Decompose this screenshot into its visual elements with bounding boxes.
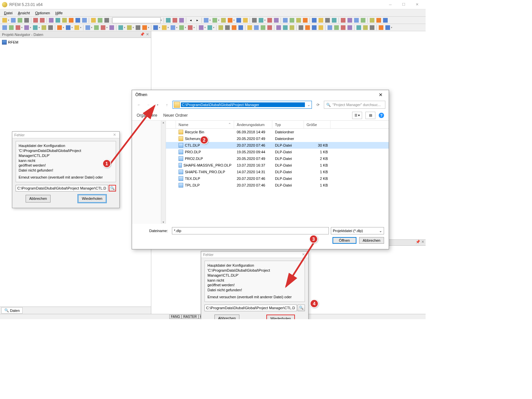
tb-b1-icon[interactable] xyxy=(203,17,209,23)
error1-cancel-button[interactable]: Abbrechen xyxy=(26,195,51,202)
tb2-42-icon[interactable] xyxy=(333,25,339,31)
close-button[interactable]: ✕ xyxy=(410,1,424,9)
tb-d1-icon[interactable] xyxy=(282,17,288,23)
file-row[interactable]: CTL.DLP20.07.2020 07:46DLP-Datei30 KB xyxy=(166,142,389,149)
open-sidebar[interactable]: ▴▾ xyxy=(132,121,166,224)
open-button[interactable]: Öffnen xyxy=(332,237,356,244)
col-name[interactable]: Name ⌃ xyxy=(176,121,234,128)
tb-i7-icon[interactable] xyxy=(90,17,96,23)
tb-d2-icon[interactable] xyxy=(289,17,295,23)
tb-f2-icon[interactable] xyxy=(347,17,353,23)
tb2-26-icon[interactable] xyxy=(218,25,224,31)
tb-new-icon[interactable] xyxy=(2,17,8,23)
tb-e4-icon[interactable] xyxy=(331,17,337,23)
tb-e2-icon[interactable] xyxy=(318,17,324,23)
help-icon[interactable]: ? xyxy=(379,113,384,118)
tb2-14-icon[interactable] xyxy=(109,25,115,31)
tb-f3-icon[interactable] xyxy=(353,17,359,23)
tb2-1-icon[interactable] xyxy=(2,25,8,31)
search-input[interactable]: 🔍 "Project Manager" durchsuc... xyxy=(324,101,385,109)
tb2-39-icon[interactable] xyxy=(311,25,317,31)
tb-i1-icon[interactable] xyxy=(48,17,54,23)
tb2-7-icon[interactable] xyxy=(48,25,54,31)
maximize-button[interactable]: ☐ xyxy=(397,1,410,9)
tb-c2-icon[interactable] xyxy=(258,17,264,23)
tb2-48-icon[interactable] xyxy=(378,25,384,31)
col-date[interactable]: Änderungsdatum xyxy=(234,121,272,128)
tb2-28-icon[interactable] xyxy=(231,25,237,31)
error2-close-icon[interactable]: ✕ xyxy=(301,252,306,257)
error2-path-input[interactable] xyxy=(204,305,297,311)
tb-i2-icon[interactable] xyxy=(55,17,61,23)
tb-i6-icon[interactable] xyxy=(81,17,87,23)
view-preview-icon[interactable]: ▤ xyxy=(365,112,375,119)
tb2-27-icon[interactable] xyxy=(224,25,230,31)
panel-pin-icon[interactable]: 📌 xyxy=(416,240,420,245)
tb2-32-icon[interactable] xyxy=(260,25,266,31)
tb2-8-icon[interactable] xyxy=(57,25,63,31)
tb2-25-icon[interactable] xyxy=(207,25,213,31)
tb-e3-icon[interactable] xyxy=(325,17,331,23)
tb-i5-icon[interactable] xyxy=(75,17,81,23)
tb2-30-icon[interactable] xyxy=(247,25,253,31)
tb-b5-icon[interactable] xyxy=(236,17,242,23)
address-dropdown-icon[interactable]: ⌄ xyxy=(306,103,312,107)
sidebar-scrollbar[interactable]: ▴▾ xyxy=(161,121,166,224)
status-raster[interactable]: RASTER xyxy=(182,315,199,319)
status-fang[interactable]: FANG xyxy=(169,315,182,319)
file-row[interactable]: TEX.DLP20.07.2020 07:46DLP-Datei2 KB xyxy=(166,175,389,182)
nav-close-icon[interactable]: ✕ xyxy=(146,32,149,37)
file-row[interactable]: PRO.DLP19.05.2020 09:44DLP-Datei1 KB xyxy=(166,149,389,155)
tb2-12-icon[interactable] xyxy=(93,25,99,31)
menu-ansicht[interactable]: Ansicht xyxy=(15,10,33,16)
tb2-16-icon[interactable] xyxy=(126,25,132,31)
tb2-31-icon[interactable] xyxy=(253,25,259,31)
error2-cancel-button[interactable]: Abbrechen xyxy=(214,315,239,319)
tb2-4-icon[interactable] xyxy=(24,25,30,31)
file-list[interactable]: Name ⌃ Änderungsdatum Typ Größe Recycle … xyxy=(166,121,389,224)
tb2-23-icon[interactable] xyxy=(187,25,193,31)
tb-a5-icon[interactable]: ▸ xyxy=(194,17,200,23)
nav-forward-icon[interactable]: → xyxy=(145,101,152,108)
file-row[interactable]: Sicherung20.05.2020 07:49Dateiordner xyxy=(166,135,389,142)
tb-a1-icon[interactable] xyxy=(165,17,171,23)
tb-i3-icon[interactable] xyxy=(62,17,67,23)
open-cancel-button[interactable]: Abbrechen xyxy=(359,237,384,244)
tb-save-icon[interactable] xyxy=(17,17,23,23)
tb-a4-icon[interactable]: ◂ xyxy=(188,17,194,23)
nav-recent-icon[interactable]: ▾ xyxy=(154,101,161,108)
nav-up-icon[interactable]: ↑ xyxy=(163,101,171,108)
tb2-22-icon[interactable] xyxy=(179,25,185,31)
tb-i4-icon[interactable] xyxy=(68,17,74,23)
navigator-tab-daten[interactable]: 🔍 Daten xyxy=(1,307,23,314)
tb-c1-icon[interactable] xyxy=(251,17,257,23)
nav-root-item[interactable]: RFEM xyxy=(2,39,149,45)
tb-e1-icon[interactable] xyxy=(311,17,317,23)
tb2-44-icon[interactable] xyxy=(347,25,353,31)
tb2-2-icon[interactable] xyxy=(8,25,14,31)
tb-undo-icon[interactable] xyxy=(33,17,39,23)
newfolder-button[interactable]: Neuer Ordner xyxy=(163,113,188,118)
open-close-icon[interactable]: ✕ xyxy=(376,91,385,98)
tb2-9-icon[interactable] xyxy=(65,25,71,31)
tb2-20-icon[interactable] xyxy=(161,25,167,31)
tb-f4-icon[interactable] xyxy=(360,17,366,23)
tb2-11-icon[interactable] xyxy=(85,25,91,31)
panel-close-icon[interactable]: ✕ xyxy=(421,240,424,245)
menu-optionen[interactable]: Optionen xyxy=(33,10,53,16)
tb2-49-icon[interactable] xyxy=(385,25,391,31)
tb2-45-icon[interactable] xyxy=(356,25,362,31)
tb-b3-icon[interactable] xyxy=(220,17,226,23)
tb2-19-icon[interactable] xyxy=(153,25,159,31)
col-size[interactable]: Größe xyxy=(304,121,331,128)
tb2-43-icon[interactable] xyxy=(340,25,346,31)
file-row[interactable]: Recycle Bin06.09.2018 14:49Dateiordner xyxy=(166,129,389,135)
error1-retry-button[interactable]: Wiederholen xyxy=(78,195,106,202)
minimize-button[interactable]: ─ xyxy=(384,1,397,9)
tb2-6-icon[interactable] xyxy=(41,25,47,31)
tb2-5-icon[interactable] xyxy=(32,25,38,31)
tb2-41-icon[interactable] xyxy=(327,25,333,31)
file-row[interactable]: SHAPE-THIN_PRO.DLP14.07.2020 14:31DLP-Da… xyxy=(166,169,389,175)
tb-d3-icon[interactable] xyxy=(296,17,302,23)
file-row[interactable]: PRO2.DLP20.05.2020 07:49DLP-Datei2 KB xyxy=(166,155,389,162)
